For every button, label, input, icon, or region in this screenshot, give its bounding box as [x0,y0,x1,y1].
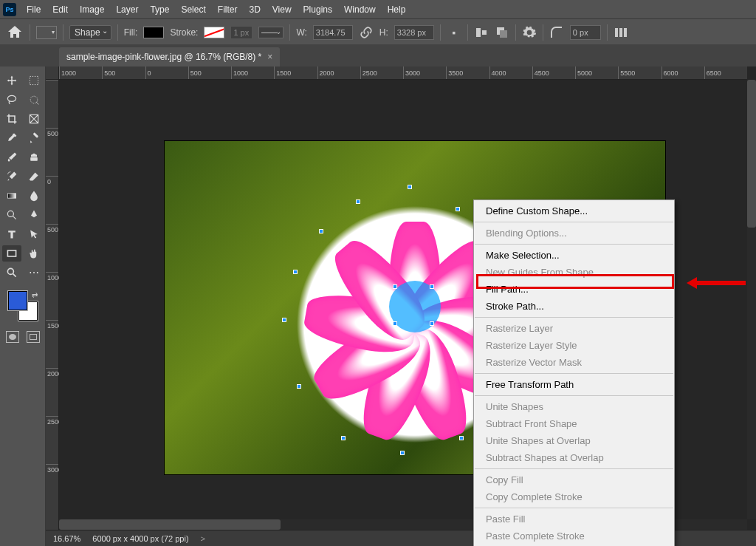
document-tab[interactable]: sample-image-pink-flower.jpg @ 16.7% (RG… [59,47,280,66]
gear-icon[interactable] [522,25,537,40]
ruler-origin[interactable] [46,66,59,80]
ruler-tick: 2000 [317,66,360,79]
frame-tool[interactable] [24,111,44,127]
cm-rasterize-layer-style: Rasterize Layer Style [474,337,674,354]
svg-rect-11 [32,132,38,138]
pen-tool[interactable] [24,207,44,223]
menu-3d[interactable]: 3D [243,1,266,18]
rectangle-tool[interactable] [2,245,21,262]
quick-mask-icon[interactable] [6,331,19,343]
svg-rect-15 [7,250,16,256]
height-field[interactable] [394,25,434,40]
width-field[interactable] [313,25,353,40]
ruler-tick: 500 [46,224,58,272]
quick-selection-tool[interactable] [24,92,44,108]
path-operations-icon[interactable]: ▪ [447,25,461,40]
stroke-color-swatch[interactable] [204,27,224,38]
cm-paste-fill: Paste Fill [474,511,674,528]
context-menu: Define Custom Shape... Blending Options.… [473,199,675,546]
edit-toolbar-icon[interactable]: ⋯ [24,265,44,281]
cm-copy-complete-stroke: Copy Complete Stroke [474,488,674,505]
ruler-tick [46,80,58,128]
ruler-tick: 0 [145,66,188,79]
menu-plugins[interactable]: Plugins [298,1,338,18]
scrollbar-thumb[interactable] [59,519,281,530]
vertical-scrollbar[interactable] [747,80,756,519]
fill-color-swatch[interactable] [143,27,164,38]
arrange-icon[interactable] [495,25,509,40]
cm-free-transform-path[interactable]: Free Transform Path [474,376,674,393]
swap-colors-icon[interactable]: ⇄ [32,291,38,299]
cm-rasterize-layer: Rasterize Layer [474,320,674,337]
align-icon[interactable] [474,25,489,40]
ruler-tick: 6000 [662,66,704,79]
cm-unite-shapes-at-overlap: Unite Shapes at Overlap [474,432,674,449]
blur-tool[interactable] [24,188,44,204]
cm-fill-path[interactable]: Fill Path... [474,281,674,298]
menu-file[interactable]: File [21,1,47,18]
ruler-tick: 6500 [704,66,747,79]
svg-rect-0 [476,28,481,37]
lasso-tool[interactable] [2,92,21,108]
menu-image[interactable]: Image [74,1,110,18]
screen-mode-icon[interactable] [27,331,40,343]
stroke-label: Stroke: [170,27,198,38]
cm-separator [475,244,673,245]
divider [63,24,63,41]
tool-mode-select[interactable]: Shape [69,25,111,40]
status-arrow-icon[interactable]: > [201,534,205,543]
document-dimensions[interactable]: 6000 px x 4000 px (72 ppi) [92,534,188,543]
zoom-level[interactable]: 16.67% [53,534,80,543]
svg-rect-6 [624,28,627,37]
crop-tool[interactable] [2,111,21,127]
ruler-tick: 2500 [360,66,403,79]
ruler-tick: 500 [102,66,145,79]
ruler-tick: 1000 [46,272,58,320]
menu-filter[interactable]: Filter [212,1,244,18]
vertical-ruler[interactable]: 500 0 500 1000 1500 2000 2500 3000 [46,80,59,533]
horizontal-ruler[interactable]: 1000 500 0 500 1000 1500 2000 2500 3000 … [59,66,747,80]
menu-select[interactable]: Select [175,1,211,18]
eyedropper-tool[interactable] [2,130,21,146]
menu-type[interactable]: Type [144,1,175,18]
svg-rect-3 [500,30,507,38]
foreground-color-swatch[interactable] [8,291,27,310]
corner-radius-field[interactable] [570,25,601,40]
stroke-width-field[interactable]: 1 px [230,26,252,39]
home-icon[interactable] [6,24,24,41]
color-swatches[interactable]: ⇄ [8,291,38,321]
menu-view[interactable]: View [267,1,298,18]
menu-window[interactable]: Window [338,1,382,18]
close-tab-icon[interactable]: × [267,52,272,62]
menu-bar: Ps File Edit Image Layer Type Select Fil… [0,0,756,19]
clone-stamp-tool[interactable] [24,149,44,165]
zoom-tool[interactable] [2,265,21,281]
menu-help[interactable]: Help [382,1,412,18]
gradient-tool[interactable] [2,188,21,204]
healing-brush-tool[interactable] [24,130,44,146]
brush-tool[interactable] [2,149,21,165]
eraser-tool[interactable] [24,168,44,185]
link-wh-icon[interactable] [359,25,374,40]
ruler-tick: 4000 [489,66,532,79]
scrollbar-thumb[interactable] [747,80,756,228]
tool-preset-picker[interactable] [36,26,57,39]
stroke-style-select[interactable] [258,27,284,38]
cm-make-selection[interactable]: Make Selection... [474,247,674,264]
path-selection-tool[interactable] [24,226,44,242]
hand-tool[interactable] [24,245,44,262]
align-edges-icon[interactable] [614,25,628,40]
cm-define-custom-shape[interactable]: Define Custom Shape... [474,202,674,219]
history-brush-tool[interactable] [2,168,21,185]
cm-stroke-path[interactable]: Stroke Path... [474,298,674,315]
tools-panel: ⋯ ⇄ [0,66,46,546]
dodge-tool[interactable] [2,207,21,223]
marquee-tool[interactable] [24,72,44,89]
type-tool[interactable] [2,226,21,242]
rounded-corner-icon[interactable] [549,25,564,40]
menu-edit[interactable]: Edit [47,1,74,18]
move-tool[interactable] [2,72,21,89]
cm-paste-complete-stroke: Paste Complete Stroke [474,528,674,545]
menu-layer[interactable]: Layer [110,1,144,18]
document-tab-bar: sample-image-pink-flower.jpg @ 16.7% (RG… [0,44,756,66]
